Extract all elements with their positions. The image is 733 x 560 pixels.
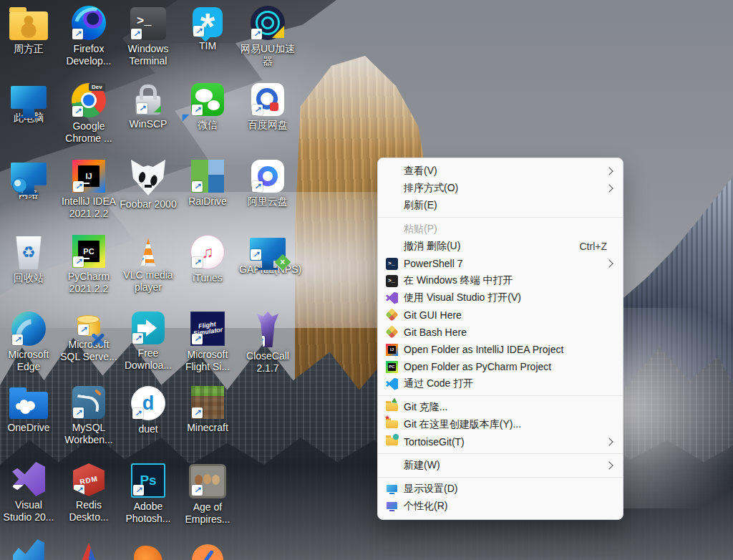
desktop-icon-uu-booster[interactable]: 网易UU加速器: [239, 6, 296, 67]
sql-server-icon: [77, 319, 100, 336]
desktop-icon-tim[interactable]: TIM: [179, 6, 236, 52]
menu-item-display-settings[interactable]: 显示设置(D): [378, 481, 623, 498]
desktop-icon-minecraft[interactable]: Minecraft: [179, 386, 236, 434]
desktop-icon-pycharm[interactable]: PC PyCharm 2021.2.2: [60, 235, 117, 295]
desktop-icon-visual-studio[interactable]: Visual Studio 20...: [0, 462, 57, 523]
menu-item-git-gui-here[interactable]: Git GUI Here: [378, 306, 623, 324]
chevron-right-icon: [605, 259, 613, 267]
desktop-icon-onedrive[interactable]: OneDrive: [0, 386, 57, 434]
desktop-icon-windows-terminal[interactable]: Windows Terminal: [120, 6, 177, 67]
shortcut-arrow-icon: [72, 106, 83, 117]
desktop-icon-partial[interactable]: [0, 539, 57, 560]
vlc-icon: [134, 238, 162, 266]
desktop: 周方正 Firefox Develop... Windows Terminal …: [0, 0, 733, 560]
desktop-icon-chrome-dev[interactable]: Dev Google Chrome ...: [60, 83, 117, 145]
menu-item-label: 显示设置(D): [404, 483, 457, 496]
desktop-icon-sql-server[interactable]: Microsoft SQL Serve...: [60, 312, 117, 363]
menu-item-label: Git 在这里创建版本库(Y)...: [404, 418, 521, 431]
desktop-icon-partial[interactable]: [179, 539, 236, 560]
git-icon: [385, 308, 398, 321]
shortcut-arrow-icon: [135, 255, 145, 266]
menu-item-git-init-repo[interactable]: Git 在这里创建版本库(Y)...: [378, 416, 623, 433]
shortcut-arrow-icon: [251, 29, 262, 39]
icon-label: MySQL Workben...: [60, 422, 117, 446]
menu-item-new[interactable]: 新建(W): [378, 457, 623, 474]
desktop-icon-partial[interactable]: [120, 539, 177, 560]
git-clone-icon: [386, 403, 398, 411]
icon-label: Redis Deskto...: [60, 499, 117, 523]
gapill-icon: [250, 238, 286, 261]
menu-shortcut: Ctrl+Z: [580, 241, 608, 252]
icon-label: Age of Empires...: [179, 501, 236, 526]
icon-label: Microsoft Flight Si...: [179, 349, 236, 373]
menu-item-label: 个性化(R): [404, 500, 447, 513]
desktop-icon-mysql-workbench[interactable]: MySQL Workben...: [60, 386, 117, 446]
wechat-icon: [191, 83, 224, 116]
menu-separator: [378, 477, 623, 478]
desktop-icon-user-folder[interactable]: 周方正: [0, 6, 57, 55]
globe-icon: [12, 178, 27, 193]
desktop-icon-flight-simulator[interactable]: Flight Simulator Microsoft Flight Si...: [179, 312, 236, 373]
chrome-dev-badge: Dev: [89, 83, 105, 91]
icon-label: Minecraft: [179, 422, 236, 434]
menu-item-git-bash-here[interactable]: Git Bash Here: [378, 324, 623, 341]
icon-label: 周方正: [0, 43, 57, 55]
desktop-icon-raidrive[interactable]: RaiDrive: [179, 160, 236, 208]
desktop-icon-baidu-netdisk[interactable]: 百度网盘: [239, 83, 296, 131]
menu-item-personalize[interactable]: 个性化(R): [378, 498, 623, 515]
shortcut-arrow-icon: [131, 29, 142, 39]
desktop-icon-itunes[interactable]: iTunes: [179, 235, 236, 284]
menu-item-tortoisegit[interactable]: TortoiseGit(T): [378, 433, 623, 450]
menu-item-open-with-visual-studio[interactable]: 使用 Visual Studio 打开(V): [378, 289, 623, 306]
menu-item-refresh[interactable]: 刷新(E): [378, 197, 623, 214]
windows-terminal-icon: [130, 7, 166, 40]
menu-separator: [378, 217, 623, 218]
menu-item-open-as-intellij-project[interactable]: Open Folder as IntelliJ IDEA Project: [378, 341, 623, 358]
desktop-icon-partial[interactable]: [60, 539, 117, 560]
desktop-icon-edge[interactable]: Microsoft Edge: [0, 312, 57, 373]
photoshop-icon: Ps: [131, 463, 165, 498]
intellij-idea-icon: IJ: [72, 160, 105, 193]
desktop-icon-network[interactable]: 网络: [0, 160, 57, 201]
menu-item-label: 撤消 删除(U): [404, 240, 460, 253]
menu-item-undo-delete[interactable]: 撤消 删除(U) Ctrl+Z: [378, 238, 623, 255]
icon-label: Windows Terminal: [120, 43, 177, 67]
menu-item-powershell[interactable]: PowerShell 7: [378, 255, 623, 272]
desktop-icon-foobar2000[interactable]: Foobar 2000: [120, 160, 177, 211]
desktop-icon-gapill[interactable]: GAPILL(NPS): [239, 235, 296, 276]
desktop-icon-recycle-bin[interactable]: 回收站: [0, 235, 57, 284]
desktop-icon-intellij[interactable]: IJ IntelliJ IDEA 2021.2.2: [60, 160, 117, 220]
shortcut-arrow-icon: [73, 256, 84, 267]
menu-item-open-with-code[interactable]: 通过 Code 打开: [378, 375, 623, 392]
desktop-icon-winscp[interactable]: WinSCP: [120, 83, 177, 130]
icon-label: PyCharm 2021.2.2: [60, 271, 117, 295]
desktop-icon-age-of-empires[interactable]: Age of Empires...: [179, 462, 236, 526]
age-of-empires-icon: [189, 464, 226, 498]
shortcut-arrow-icon: [132, 333, 143, 344]
menu-separator: [378, 453, 623, 454]
desktop-icon-duet[interactable]: d duet: [120, 386, 177, 435]
menu-item-open-as-pycharm-project[interactable]: Open Folder as PyCharm Project: [378, 358, 623, 375]
menu-item-sort-by[interactable]: 排序方式(O): [378, 180, 623, 197]
chevron-right-icon: [605, 461, 613, 469]
desktop-icon-photoshop[interactable]: Ps Adobe Photosh...: [120, 462, 177, 525]
shortcut-arrow-icon: [73, 181, 84, 192]
desktop-icon-this-pc[interactable]: 此电脑: [0, 83, 57, 124]
desktop-icon-vlc[interactable]: VLC media player: [120, 235, 177, 294]
desktop-icon-wechat[interactable]: 微信: [179, 83, 236, 131]
shortcut-arrow-icon: [193, 26, 204, 37]
desktop-icon-firefox[interactable]: Firefox Develop...: [60, 6, 117, 67]
pycharm-icon: [386, 361, 398, 373]
git-icon: [385, 325, 398, 338]
menu-item-view[interactable]: 查看(V): [378, 163, 623, 180]
desktop-icon-aliyun-drive[interactable]: 阿里云盘: [239, 160, 296, 208]
shortcut-arrow-icon: [192, 105, 203, 115]
desktop-icon-redis[interactable]: RDM Redis Deskto...: [60, 462, 117, 523]
shortcut-arrow-icon: [132, 184, 142, 195]
shortcut-arrow-icon: [78, 324, 89, 335]
menu-item-open-in-terminal[interactable]: 在 Windows 终端 中打开: [378, 272, 623, 289]
unknown-red-blue-icon: [77, 543, 101, 560]
menu-item-git-clone[interactable]: Git 克隆...: [378, 399, 623, 416]
desktop-icon-closecall[interactable]: CloseCall 2.1.7: [239, 312, 296, 375]
desktop-icon-fdm[interactable]: Free Downloa...: [120, 312, 177, 372]
